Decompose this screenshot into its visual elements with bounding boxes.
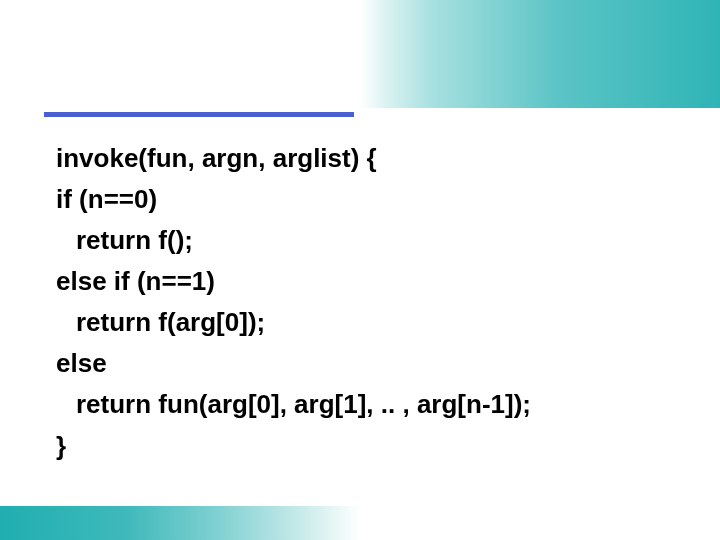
code-line: if (n==0) (56, 179, 680, 220)
code-line: else (56, 343, 680, 384)
decor-bottom-gradient (0, 506, 360, 540)
code-block: invoke(fun, argn, arglist) { if (n==0) r… (56, 138, 680, 467)
code-line: return f(arg[0]); (56, 302, 680, 343)
code-line: invoke(fun, argn, arglist) { (56, 138, 680, 179)
decor-top-gradient (360, 0, 720, 108)
slide: invoke(fun, argn, arglist) { if (n==0) r… (0, 0, 720, 540)
code-line: return fun(arg[0], arg[1], .. , arg[n-1]… (56, 384, 680, 425)
code-line: else if (n==1) (56, 261, 680, 302)
code-line: } (56, 426, 680, 467)
decor-horizontal-rule (44, 112, 354, 117)
code-line: return f(); (56, 220, 680, 261)
